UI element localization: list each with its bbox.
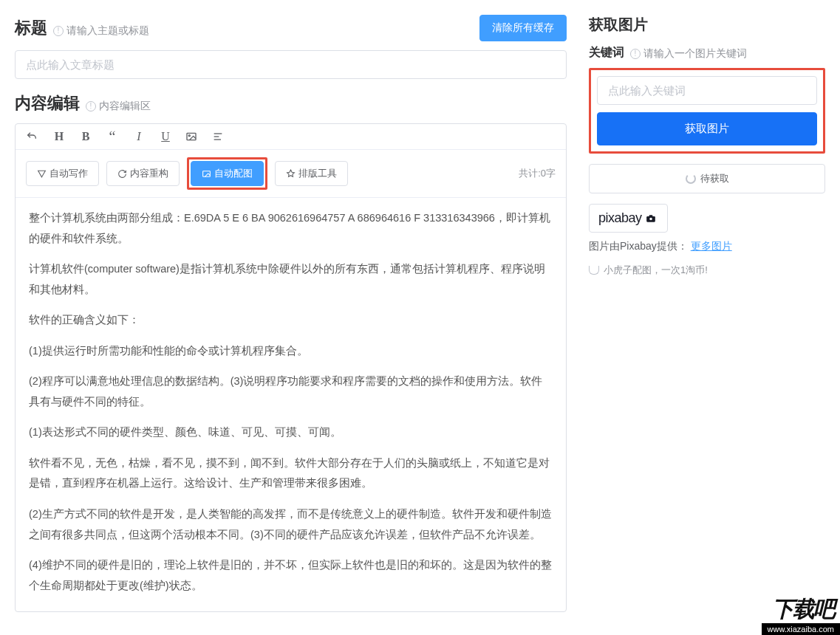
image-credit: 图片由Pixabay提供： 更多图片: [589, 240, 825, 253]
info-icon: !: [630, 49, 641, 59]
italic-icon[interactable]: I: [132, 130, 146, 143]
image-icon[interactable]: [185, 131, 199, 143]
svg-point-1: [188, 135, 190, 137]
keyword-label: 关键词: [589, 45, 624, 61]
layout-tool-button[interactable]: 排版工具: [275, 161, 348, 186]
editor-paragraph: (1)提供运行时所需功能和性能的命令或计算机程序集合。: [29, 341, 553, 362]
editor-paragraph: (1)表达形式不同的硬件类型、颜色、味道、可见、可摸、可闻。: [29, 422, 553, 443]
watermark-url: www.xiazaiba.com: [762, 623, 840, 635]
heading-icon[interactable]: H: [52, 130, 66, 143]
undo-icon[interactable]: [26, 131, 39, 143]
content-section-header: 内容编辑 ! 内容编辑区: [15, 92, 567, 114]
auto-write-button[interactable]: 自动写作: [26, 161, 99, 186]
editor-paragraph: 软件的正确含义如下：: [29, 310, 553, 331]
editor-paragraph: (2)生产方式不同的软件是开发，是人类智能的高发挥，而不是传统意义上的硬件制造。…: [29, 504, 553, 545]
keyword-hint: ! 请输入一个图片关键词: [630, 47, 747, 61]
content-label: 内容编辑: [15, 92, 80, 114]
title-section-header: 标题 ! 请输入主题或标题 清除所有缓存: [15, 15, 567, 41]
pending-button[interactable]: 待获取: [589, 164, 825, 193]
title-input[interactable]: [15, 50, 567, 79]
more-images-link[interactable]: 更多图片: [691, 240, 732, 252]
info-icon: !: [86, 101, 96, 111]
watermark-logo: 下载吧: [772, 594, 834, 625]
action-toolbar: 自动写作 内容重构 自动配图 排版工具 共计:0字: [16, 150, 566, 198]
editor-body[interactable]: 整个计算机系统由两部分组成：E.69DA 5 E 6 BA 9062616964…: [16, 198, 566, 611]
align-icon[interactable]: [212, 131, 225, 143]
footer-note: 小虎子配图，一次1淘币!: [589, 264, 825, 277]
title-hint: ! 请输入主题或标题: [53, 24, 149, 38]
keyword-highlight-box: 获取图片: [589, 68, 825, 154]
svg-rect-8: [649, 215, 652, 216]
editor-paragraph: (2)程序可以满意地处理信息的数据结构。(3)说明程序功能要求和程序需要的文档的…: [29, 371, 553, 412]
editor-paragraph: 整个计算机系统由两部分组成：E.69DA 5 E 6 BA 9062616964…: [29, 208, 553, 249]
cup-icon: [589, 266, 599, 275]
word-count: 共计:0字: [519, 167, 556, 180]
sidebar-title: 获取图片: [589, 15, 825, 35]
info-icon: !: [53, 26, 64, 36]
pixabay-logo: pixabay: [598, 210, 658, 226]
editor-paragraph: 计算机软件(computer software)是指计算机系统中除硬件以外的所有…: [29, 259, 553, 300]
bold-icon[interactable]: B: [79, 130, 92, 143]
auto-image-button[interactable]: 自动配图: [191, 161, 264, 186]
keyword-header: 关键词 ! 请输入一个图片关键词: [589, 45, 825, 61]
clear-cache-button[interactable]: 清除所有缓存: [479, 15, 567, 41]
camera-icon: [643, 213, 658, 224]
loading-icon: [686, 174, 696, 184]
fetch-image-button[interactable]: 获取图片: [597, 112, 817, 145]
restructure-button[interactable]: 内容重构: [106, 161, 180, 186]
pixabay-badge: pixabay: [589, 204, 668, 233]
keyword-input[interactable]: [597, 76, 817, 105]
format-toolbar: H B “ I U: [16, 124, 566, 150]
quote-icon[interactable]: “: [106, 133, 119, 140]
underline-icon[interactable]: U: [159, 130, 172, 143]
title-label: 标题: [15, 17, 47, 39]
editor-paragraph: (4)维护不同的硬件是旧的，理论上软件是旧的，并不坏，但实际上软件也是旧的和坏的…: [29, 555, 553, 596]
content-hint: ! 内容编辑区: [86, 100, 151, 113]
svg-point-7: [649, 217, 652, 220]
editor-paragraph: 软件看不见，无色，枯燥，看不见，摸不到，闻不到。软件大部分存在于人们的头脑或纸上…: [29, 453, 553, 494]
auto-image-highlight: 自动配图: [187, 157, 267, 190]
editor: H B “ I U 自动写作 内容重构: [15, 123, 567, 612]
